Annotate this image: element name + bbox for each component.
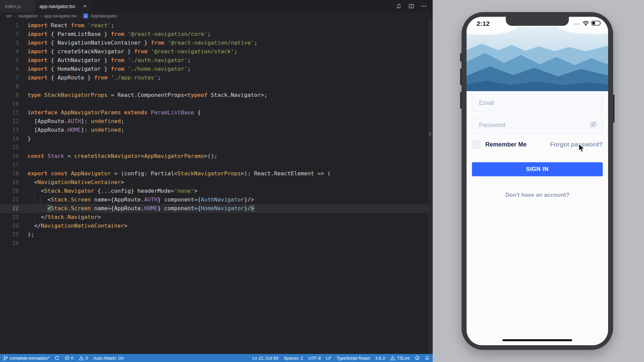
code-line[interactable]: 1import React from 'react'; <box>0 21 433 30</box>
line-number[interactable]: 2 <box>0 30 19 39</box>
line-number[interactable]: 9 <box>0 91 19 100</box>
code-line[interactable]: 22 <Stack.Screen name={AppRoute.HOME} co… <box>0 204 433 213</box>
line-number[interactable]: 13 <box>0 126 19 134</box>
remember-me[interactable]: Remember Me <box>472 140 527 149</box>
breadcrumb-item-file[interactable]: app.navigator.tsx <box>44 13 77 18</box>
home-indicator[interactable] <box>502 339 572 341</box>
status-item[interactable]: complete-exmaples* <box>3 354 49 362</box>
branch-icon <box>3 356 8 361</box>
code-line-text: interface AppNavigatorParams extends Par… <box>28 108 201 117</box>
code-line[interactable]: 18export const AppNavigator = (config: P… <box>0 169 433 178</box>
volume-down-button[interactable] <box>460 92 462 109</box>
tab-app-navigator-tsx[interactable]: app.navigator.tsx × <box>35 0 92 12</box>
line-number[interactable]: 10 <box>0 100 19 108</box>
tab-index-js[interactable]: index.js <box>0 0 35 12</box>
line-number[interactable]: 22 <box>0 204 19 213</box>
code-line-text: import { createStackNavigator } from '@r… <box>28 47 237 56</box>
code-line[interactable]: 6import { HomeNavigator } from './home.n… <box>0 65 433 73</box>
status-item[interactable]: LF <box>326 354 331 362</box>
breadcrumb-item-symbol[interactable]: AppNavigator <box>91 13 117 18</box>
code-line[interactable]: 15 <box>0 143 433 152</box>
email-field-wrap <box>472 94 603 112</box>
eye-off-icon[interactable] <box>589 121 598 129</box>
line-number[interactable]: 6 <box>0 65 19 73</box>
line-number[interactable]: 24 <box>0 222 19 230</box>
status-item-label: 0 <box>71 356 73 361</box>
status-item[interactable] <box>55 354 59 362</box>
code-line[interactable]: 5import { AuthNavigator } from './auth.n… <box>0 56 433 65</box>
code-line[interactable]: 23 </Stack.Navigator> <box>0 213 433 222</box>
line-number[interactable]: 3 <box>0 39 19 47</box>
code-line[interactable]: 9type StackNavigatorProps = React.Compon… <box>0 91 433 100</box>
code-line[interactable]: 7import { AppRoute } from './app-routes'… <box>0 73 433 82</box>
breadcrumb-item-navigation[interactable]: navigation <box>18 13 38 18</box>
line-number[interactable]: 12 <box>0 117 19 126</box>
line-number[interactable]: 5 <box>0 56 19 65</box>
status-item[interactable] <box>415 354 420 362</box>
code-line[interactable]: 26 <box>0 239 433 248</box>
close-icon[interactable]: × <box>83 4 87 9</box>
code-line[interactable]: 2import { ParamListBase } from '@react-n… <box>0 30 433 39</box>
code-line[interactable]: 24 </NavigationNativeContainer> <box>0 222 433 230</box>
code-line[interactable]: 10 <box>0 100 433 108</box>
line-number[interactable]: 16 <box>0 152 19 161</box>
signup-link[interactable]: Don't have an account? <box>472 192 603 198</box>
code-editor[interactable]: 1import React from 'react';2import { Par… <box>0 19 433 354</box>
phone-status-bar: 2:12 <box>467 20 608 27</box>
volume-up-button[interactable] <box>460 68 462 85</box>
status-item[interactable]: Spaces: 2 <box>284 354 303 362</box>
line-number[interactable]: 17 <box>0 161 19 169</box>
open-changes-icon[interactable] <box>396 3 402 9</box>
line-number[interactable]: 4 <box>0 47 19 56</box>
line-number[interactable]: 8 <box>0 82 19 91</box>
status-item[interactable]: UTF-8 <box>308 354 321 362</box>
line-number[interactable]: 1 <box>0 21 19 30</box>
password-field[interactable] <box>472 116 602 134</box>
status-item[interactable]: Ln 22, Col 69 <box>252 354 278 362</box>
email-field[interactable] <box>472 94 602 112</box>
line-number[interactable]: 23 <box>0 213 19 222</box>
code-line[interactable]: 21 <Stack.Screen name={AppRoute.AUTH} co… <box>0 195 433 204</box>
code-line[interactable]: 19 <NavigationNativeContainer> <box>0 178 433 187</box>
line-number[interactable]: 26 <box>0 239 19 248</box>
line-number[interactable]: 7 <box>0 73 19 82</box>
line-number[interactable]: 19 <box>0 178 19 187</box>
status-item[interactable]: TSLint <box>390 354 410 362</box>
editor-scrollbar[interactable]: T <box>428 19 433 354</box>
status-item[interactable]: TypeScript React <box>337 354 370 362</box>
smiley-icon <box>415 356 420 360</box>
status-item[interactable]: 3.6.3 <box>375 354 385 362</box>
warning-icon <box>79 356 84 360</box>
more-actions-icon[interactable] <box>421 3 427 9</box>
code-line[interactable]: 3import { NavigationNativeContainer } fr… <box>0 39 433 47</box>
split-editor-icon[interactable] <box>409 3 414 9</box>
remember-checkbox[interactable] <box>472 140 481 149</box>
breadcrumb-item-src[interactable]: src <box>6 13 12 18</box>
code-line[interactable]: 12 [AppRoute.AUTH]: undefined; <box>0 117 433 126</box>
mute-switch[interactable] <box>460 53 462 62</box>
status-item[interactable]: 0 <box>79 354 88 362</box>
code-line[interactable]: 13 [AppRoute.HOME]: undefined; <box>0 126 433 134</box>
code-line[interactable]: 16const Stack = createStackNavigator<App… <box>0 152 433 161</box>
code-line[interactable]: 17 <box>0 161 433 169</box>
code-line[interactable]: 11interface AppNavigatorParams extends P… <box>0 108 433 117</box>
line-number[interactable]: 14 <box>0 134 19 143</box>
status-item[interactable] <box>425 354 429 362</box>
line-number[interactable]: 20 <box>0 187 19 195</box>
code-line[interactable]: 25); <box>0 230 433 239</box>
line-number[interactable]: 21 <box>0 195 19 204</box>
status-item[interactable]: Auto Attach: On <box>93 354 124 362</box>
line-number[interactable]: 25 <box>0 230 19 239</box>
code-line-text: const Stack = createStackNavigator<AppNa… <box>28 152 217 161</box>
line-number[interactable]: 11 <box>0 108 19 117</box>
line-number[interactable]: 18 <box>0 169 19 178</box>
forgot-password-link[interactable]: Forgot password? <box>550 141 603 148</box>
code-line[interactable]: 4import { createStackNavigator } from '@… <box>0 47 433 56</box>
code-line[interactable]: 20 <Stack.Navigator {...config} headerMo… <box>0 187 433 195</box>
line-number[interactable]: 15 <box>0 143 19 152</box>
sign-in-button[interactable]: SIGN IN <box>472 162 603 176</box>
code-line[interactable]: 14} <box>0 134 433 143</box>
status-item[interactable]: 0 <box>65 354 73 362</box>
code-line[interactable]: 8 <box>0 82 433 91</box>
power-button[interactable] <box>613 95 614 123</box>
